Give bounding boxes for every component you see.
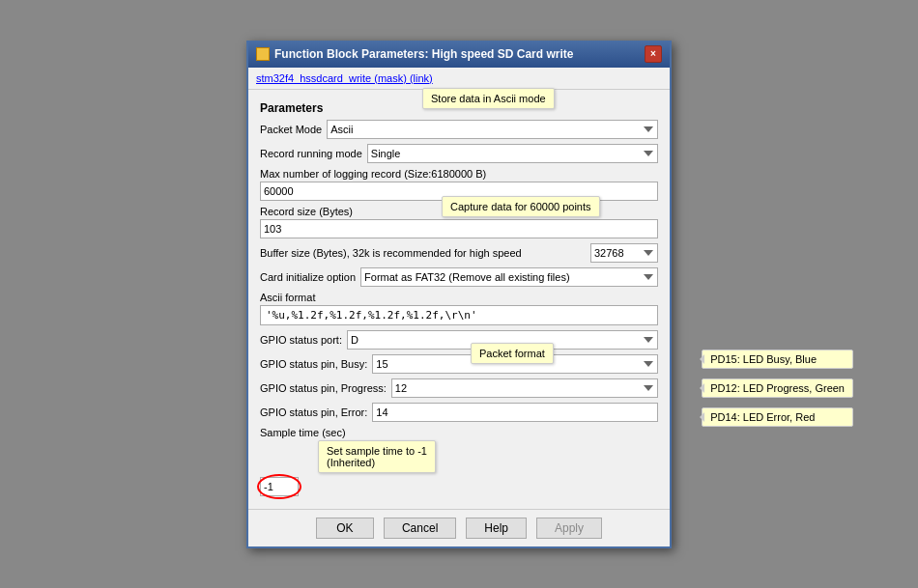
max-records-label: Max number of logging record (Size:61800… (260, 168, 658, 180)
gpio-progress-label: GPIO status pin, Progress: (260, 382, 387, 394)
callout-pd12: PD12: LED Progress, Green (702, 378, 853, 398)
buffer-size-select[interactable]: 32768 (590, 243, 658, 263)
callout-pd14: PD14: LED Error, Red (702, 407, 853, 427)
ok-button[interactable]: OK (316, 518, 374, 539)
packet-mode-row: Packet Mode Ascii (260, 120, 658, 139)
card-init-select[interactable]: Format as FAT32 (Remove all existing fil… (360, 267, 658, 287)
callout-sample-time: Set sample time to -1 (Inherited) (318, 440, 436, 473)
subtitle-link[interactable]: stm32f4_hssdcard_write (mask) (link) (248, 68, 670, 90)
sample-time-input[interactable] (260, 477, 299, 496)
gpio-port-row: GPIO status port: D (260, 330, 658, 350)
callout-store-ascii: Store data in Ascii mode (422, 88, 555, 109)
gpio-progress-select[interactable]: 12 (391, 378, 658, 398)
callout-capture: Capture data for 60000 points (442, 196, 600, 217)
gpio-port-label: GPIO status port: (260, 334, 342, 346)
callout-format: Packet format (471, 343, 554, 364)
card-init-label: Card initialize option (260, 271, 356, 283)
record-running-select[interactable]: Single (367, 144, 658, 163)
apply-button[interactable]: Apply (536, 518, 602, 539)
buffer-size-row: Buffer size (Bytes), 32k is recommended … (260, 243, 658, 263)
buffer-size-label: Buffer size (Bytes), 32k is recommended … (260, 247, 586, 259)
ascii-format-value: '%u,%1.2f,%1.2f,%1.2f,%1.2f,\r\n' (260, 305, 658, 325)
ascii-format-label: Ascii format (260, 292, 658, 303)
gpio-error-input[interactable] (372, 403, 658, 422)
dialog-window: Function Block Parameters: High speed SD… (246, 41, 672, 548)
title-icon (256, 47, 270, 61)
gpio-error-label: GPIO status pin, Error: (260, 406, 367, 418)
buttons-row: OK Cancel Help Apply (248, 509, 670, 546)
right-callouts: PD15: LED Busy, Blue PD12: LED Progress,… (702, 350, 853, 427)
gpio-error-row: GPIO status pin, Error: (260, 403, 658, 422)
cancel-button[interactable]: Cancel (384, 518, 456, 539)
close-button[interactable]: × (645, 45, 662, 63)
gpio-busy-row: GPIO status pin, Busy: 15 (260, 354, 658, 374)
packet-mode-select[interactable]: Ascii (327, 120, 658, 139)
help-button[interactable]: Help (466, 518, 527, 539)
record-running-row: Record running mode Single (260, 144, 658, 163)
record-running-label: Record running mode (260, 148, 362, 159)
gpio-busy-label: GPIO status pin, Busy: (260, 358, 367, 370)
sample-time-label: Sample time (sec) (260, 427, 658, 438)
titlebar: Function Block Parameters: High speed SD… (248, 41, 670, 68)
content-area: Store data in Ascii mode Parameters Pack… (248, 90, 670, 509)
packet-mode-label: Packet Mode (260, 124, 322, 135)
callout-pd15: PD15: LED Busy, Blue (702, 350, 853, 369)
record-size-input[interactable] (260, 219, 658, 238)
dialog-title: Function Block Parameters: High speed SD… (274, 47, 573, 61)
gpio-progress-row: GPIO status pin, Progress: 12 (260, 378, 658, 398)
titlebar-left: Function Block Parameters: High speed SD… (256, 47, 573, 61)
card-init-row: Card initialize option Format as FAT32 (… (260, 267, 658, 287)
